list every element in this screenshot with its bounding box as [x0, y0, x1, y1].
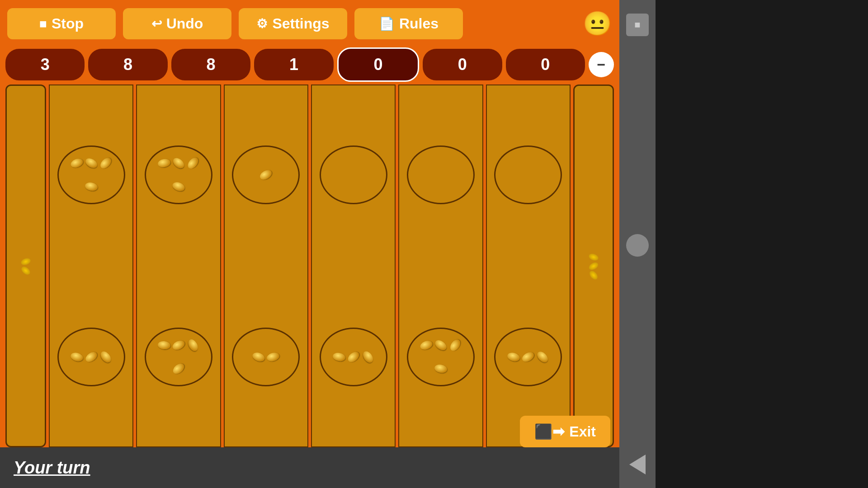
nav-square-icon: ■ [634, 19, 640, 31]
pit-circle-bot-5 [407, 328, 475, 386]
pit-bot-2[interactable] [137, 267, 220, 447]
seed [434, 363, 448, 374]
exit-label: Exit [569, 423, 596, 440]
seed [506, 351, 521, 362]
pit-bot-1[interactable] [50, 267, 132, 447]
pit-top-6[interactable] [487, 85, 570, 265]
pit-circle-bot-1 [57, 328, 125, 386]
exit-button[interactable]: ⬛➡ Exit [520, 416, 610, 447]
seed [84, 350, 99, 364]
seed [266, 351, 280, 362]
toolbar: ■ Stop ↩ Undo ⚙ Settings 📄 Rules 😐 [0, 0, 619, 47]
exit-icon: ⬛➡ [534, 423, 565, 440]
seed [521, 350, 536, 364]
seed [259, 168, 274, 182]
top-score-row: 3 8 8 1 0 0 0 − [0, 47, 619, 82]
column-6 [486, 84, 571, 447]
pit-top-3[interactable] [225, 85, 307, 265]
column-3 [224, 84, 308, 447]
column-4 [311, 84, 396, 447]
top-score-0: 3 [5, 49, 85, 80]
undo-button[interactable]: ↩ Undo [123, 8, 231, 39]
seed [251, 351, 266, 363]
seed [448, 338, 462, 352]
emoji-button[interactable]: 😐 [583, 10, 612, 38]
seed [186, 156, 200, 171]
pit-circle-bot-3 [232, 328, 300, 386]
nav-back-button[interactable] [629, 455, 646, 474]
nav-square-button[interactable]: ■ [626, 14, 649, 36]
seed [186, 338, 200, 352]
store-right-seed [588, 269, 599, 281]
pit-bot-5[interactable] [399, 267, 482, 447]
pit-circle-bot-2 [145, 328, 212, 386]
column-5 [398, 84, 483, 447]
store-left-seed [20, 265, 32, 276]
board-area [0, 84, 619, 447]
top-score-5: 0 [423, 49, 502, 80]
settings-label: Settings [272, 15, 329, 32]
seed [419, 339, 434, 351]
store-right [573, 84, 614, 447]
pit-circle-bot-6 [494, 328, 562, 386]
stop-icon: ■ [39, 17, 47, 31]
seed [84, 156, 99, 170]
pit-circle-bot-4 [320, 328, 387, 386]
seed [157, 341, 170, 350]
top-score-4: 0 [337, 47, 419, 82]
top-score-6: 0 [506, 49, 585, 80]
seed [346, 350, 361, 364]
column-2 [136, 84, 221, 447]
seed [98, 156, 113, 171]
your-turn-bar: Your turn [0, 447, 619, 488]
pit-circle-top-3 [232, 145, 300, 204]
top-score-3: 1 [254, 49, 333, 80]
undo-label: Undo [166, 15, 203, 32]
seed [70, 351, 84, 362]
pit-circle-top-6 [494, 145, 562, 204]
rules-label: Rules [399, 15, 439, 32]
top-score-2: 8 [171, 49, 250, 80]
seed [433, 338, 448, 352]
middle-board [49, 84, 571, 447]
seed [171, 361, 186, 376]
stop-label: Stop [52, 15, 84, 32]
store-right-seed [588, 252, 599, 262]
gear-icon: ⚙ [256, 16, 268, 31]
seed [332, 352, 346, 362]
main-game-area: ■ Stop ↩ Undo ⚙ Settings 📄 Rules 😐 3 8 8… [0, 0, 619, 488]
right-nav: ■ [619, 0, 656, 488]
pit-top-1[interactable] [50, 85, 132, 265]
pit-top-2[interactable] [137, 85, 220, 265]
stop-button[interactable]: ■ Stop [7, 8, 116, 39]
pit-circle-top-1 [57, 145, 125, 204]
top-score-1: 8 [88, 49, 167, 80]
store-left-seed [20, 257, 31, 266]
pit-bot-4[interactable] [312, 267, 395, 447]
pit-circle-top-5 [407, 145, 475, 204]
seed [69, 157, 84, 169]
rules-button[interactable]: 📄 Rules [354, 8, 463, 39]
column-1 [49, 84, 133, 447]
minus-button[interactable]: − [589, 52, 614, 77]
seed [171, 156, 186, 170]
right-panel [656, 0, 868, 488]
seed [171, 339, 186, 352]
your-turn-text: Your turn [14, 458, 90, 478]
store-left [5, 84, 46, 447]
nav-circle-button[interactable] [626, 234, 649, 257]
seed [361, 349, 375, 364]
pit-circle-top-2 [145, 145, 212, 204]
pit-top-5[interactable] [399, 85, 482, 265]
seed [535, 349, 550, 364]
seed [157, 158, 171, 169]
seed [171, 181, 186, 192]
seed [99, 349, 113, 364]
pit-top-4[interactable] [312, 85, 395, 265]
seed [84, 182, 98, 192]
pit-circle-top-4 [320, 145, 387, 204]
settings-button[interactable]: ⚙ Settings [239, 8, 347, 39]
rules-icon: 📄 [379, 16, 395, 31]
pit-bot-3[interactable] [225, 267, 307, 447]
store-right-seed [588, 261, 599, 271]
